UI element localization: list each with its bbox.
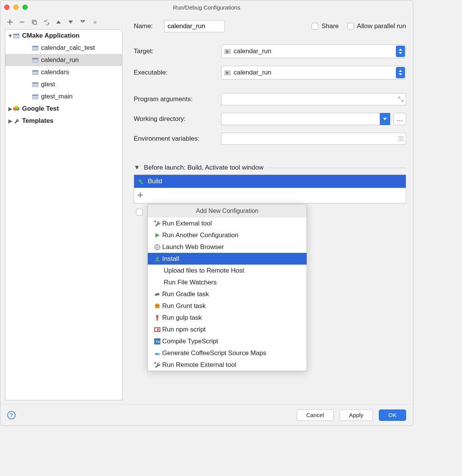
allow-parallel-checkbox[interactable]: Allow parallel run [347,22,406,30]
target-icon [32,44,39,51]
tree-item-gtest-main[interactable]: gtest_main [5,90,122,103]
caret-collapsed-icon: ▶ [8,106,13,112]
popup-item-label: Run File Watchers [164,279,217,286]
target-icon [32,81,39,88]
remove-config-button[interactable] [19,19,25,25]
tree-group-templates[interactable]: ▶ Templates [5,115,122,127]
svg-marker-26 [399,73,402,75]
workdir-dropdown-button[interactable] [380,113,390,125]
svg-marker-21 [399,49,402,51]
popup-item-12[interactable]: Run Remote External tool [148,359,307,371]
popup-item-6[interactable]: Run Gradle task [148,288,307,300]
tree-group-google-test[interactable]: ▶ Google Test [5,103,122,115]
popup-item-7[interactable]: Run Grunt task [148,300,307,312]
cancel-button[interactable]: Cancel [297,409,334,421]
svg-rect-36 [157,328,158,331]
tree-group-label: Templates [22,117,54,125]
before-launch-item-build[interactable]: Build [134,175,406,188]
popup-item-2[interactable]: Launch Web Browser [148,241,307,253]
svg-marker-22 [399,52,402,54]
cmake-icon [13,32,20,39]
svg-point-33 [156,305,157,306]
config-toolbar: » [5,18,122,29]
share-checkbox[interactable]: Share [312,22,339,30]
popup-item-label: Run npm script [162,326,206,333]
popup-item-label: Compile TypeScript [162,338,218,345]
target-icon [32,93,39,100]
popup-item-0[interactable]: Run External tool [148,217,307,229]
tree-group-cmake[interactable]: ▼ CMake Application [5,30,122,42]
gtest-icon [13,105,20,112]
svg-rect-9 [32,58,38,59]
svg-point-18 [14,106,18,109]
checkbox-box [347,23,354,30]
svg-rect-7 [32,46,38,47]
popup-item-10[interactable]: TSCompile TypeScript [148,335,307,347]
popup-item-11[interactable]: Generate CoffeeScript Source Maps [148,347,307,359]
svg-marker-30 [155,233,160,238]
copy-config-button[interactable] [31,19,38,25]
config-form: Name: Share Allow parallel run Target: c… [127,14,413,404]
move-down-button[interactable] [67,19,74,25]
executable-select[interactable]: calendar_run [221,66,406,79]
popup-title: Add New Configuration [148,205,307,217]
args-input[interactable] [221,93,406,105]
move-up-button[interactable] [55,19,62,25]
target-select[interactable]: calendar_run [221,44,406,58]
popup-item-8[interactable]: Run gulp task [148,312,307,324]
workdir-browse-button[interactable]: … [393,113,406,125]
svg-marker-3 [68,21,73,24]
popup-item-5[interactable]: Run File Watchers [148,276,307,288]
svg-marker-27 [383,118,387,120]
checkbox-box [136,209,143,216]
tools-icon [152,362,162,368]
tree-item-calendar-run[interactable]: calendar_run [5,54,122,66]
popup-item-label: Launch Web Browser [162,243,224,251]
dialog-footer: ? Cancel Apply OK [0,404,413,425]
svg-rect-5 [13,34,19,35]
gradle-icon [152,292,162,297]
popup-item-1[interactable]: Run Another Configuration [148,229,307,241]
target-icon [225,70,231,75]
before-launch-header[interactable]: ▼ Before launch: Build, Activate tool wi… [134,164,406,171]
svg-point-40 [154,362,156,364]
tree-item-label: gtest_main [41,93,73,100]
svg-rect-1 [33,21,36,24]
select-arrows-icon [396,67,405,78]
edit-templates-button[interactable] [43,19,50,25]
target-label: Target: [134,48,221,55]
list-icon[interactable] [398,136,403,141]
add-task-button[interactable] [137,192,145,200]
tree-item-calendar-calc-test[interactable]: calendar_calc_test [5,42,122,54]
tree-item-calendars[interactable]: calendars [5,66,122,78]
name-input[interactable] [164,20,225,32]
add-config-button[interactable] [6,19,13,25]
workdir-input[interactable] [221,113,380,125]
popup-item-3[interactable]: Install [148,253,307,265]
svg-point-29 [154,221,156,222]
args-label: Program arguments: [134,95,221,103]
ok-button[interactable]: OK [379,409,406,421]
before-launch-item-label: Build [148,178,162,185]
save-config-button[interactable] [79,19,86,25]
svg-marker-25 [399,70,402,72]
popup-item-4[interactable]: Upload files to Remote Host [148,265,307,276]
share-label: Share [321,22,339,30]
svg-rect-32 [155,304,160,308]
hammer-icon [138,178,144,184]
popup-item-label: Run Another Configuration [162,232,238,239]
expand-icon[interactable] [398,97,403,102]
tree-item-gtest[interactable]: gtest [5,78,122,90]
target-icon [225,49,231,54]
popup-item-9[interactable]: Run npm script [148,324,307,335]
target-value: calendar_run [234,48,271,55]
more-actions-button[interactable]: » [92,19,98,25]
checkbox-box [312,23,318,30]
executable-value: calendar_run [234,69,271,76]
apply-button[interactable]: Apply [340,409,373,421]
npm-icon [152,327,162,333]
caret-expanded-icon: ▼ [134,164,140,171]
env-input[interactable] [221,133,406,145]
help-button[interactable]: ? [7,411,16,419]
dialog-window: Run/Debug Configurations » ▼ CMake Appli… [0,0,413,426]
